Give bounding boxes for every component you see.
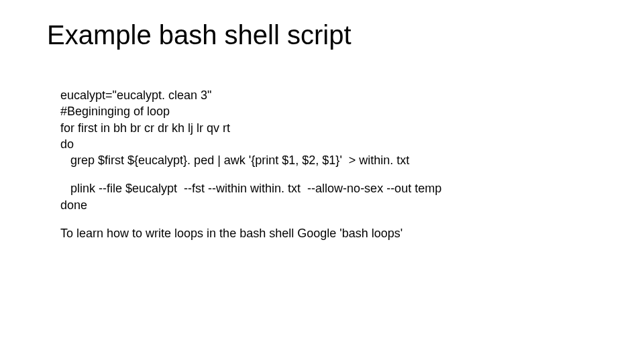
code-line-1: eucalypt="eucalypt. clean 3" bbox=[60, 87, 604, 103]
code-line-6: plink --file $eucalypt --fst --within wi… bbox=[60, 180, 604, 196]
code-line-4: do bbox=[60, 136, 604, 152]
learn-line: To learn how to write loops in the bash … bbox=[60, 225, 604, 241]
code-line-3: for first in bh br cr dr kh lj lr qv rt bbox=[60, 120, 604, 136]
code-line-2: #Begininging of loop bbox=[60, 103, 604, 119]
blank-line bbox=[60, 168, 604, 180]
code-line-7: done bbox=[60, 197, 604, 213]
content-block: eucalypt="eucalypt. clean 3" #Beginingin… bbox=[60, 87, 604, 241]
code-line-5: grep $first ${eucalypt}. ped | awk '{pri… bbox=[60, 152, 604, 168]
slide-title: Example bash shell script bbox=[47, 20, 604, 50]
